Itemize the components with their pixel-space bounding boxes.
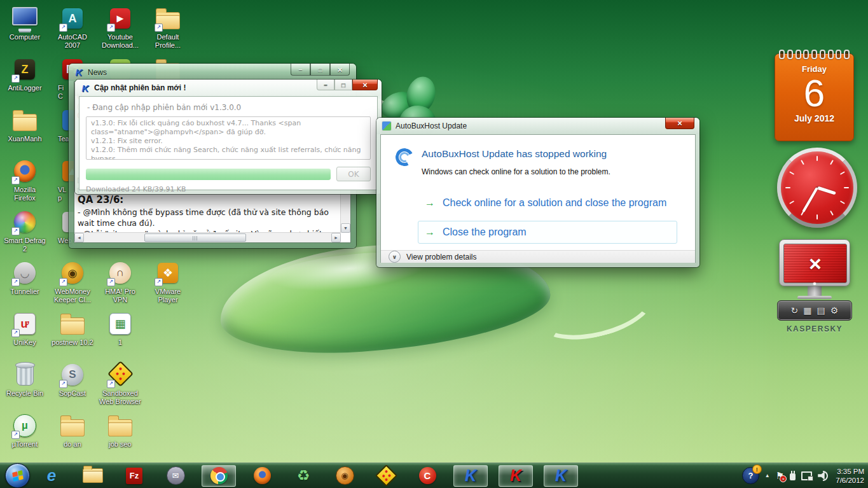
- scroll-left-button[interactable]: [74, 233, 84, 242]
- desktop-icon-label: Recycle Bin: [1, 389, 48, 398]
- antilogger-icon: Z: [11, 56, 38, 83]
- autobuxhost-app-icon: [382, 121, 392, 131]
- kaspersky-help-tray-icon[interactable]: ? !: [742, 467, 759, 484]
- kaspersky-logo: KASPERSKY: [777, 324, 852, 333]
- desktop-icon-webmoney[interactable]: ◉WebMoney Keeper Cl...: [49, 260, 96, 304]
- taskbar-explorer[interactable]: [78, 465, 108, 487]
- clock-gadget[interactable]: [777, 148, 857, 228]
- mail-icon: [167, 466, 185, 485]
- horizontal-scroll-thumb[interactable]: [144, 234, 246, 242]
- close-button[interactable]: [665, 118, 694, 129]
- desktop-icon-computer[interactable]: Computer: [1, 5, 48, 41]
- desktop-icon-sopcast[interactable]: SSopCast: [49, 361, 96, 398]
- postnew-icon: [59, 310, 86, 337]
- close-program-command-link[interactable]: Close the program: [418, 221, 677, 244]
- crash-titlebar[interactable]: AutoBuxHost Update: [376, 118, 699, 134]
- scroll-right-button[interactable]: [331, 233, 341, 242]
- taskbar-firefox[interactable]: [247, 465, 277, 487]
- desktop-icon-job-seo[interactable]: job seo: [97, 412, 144, 449]
- error-x-icon: ×: [809, 253, 822, 274]
- desktop-icon-do-an[interactable]: do an: [49, 412, 96, 449]
- desktop-icon-postnew[interactable]: postnew 10.2: [49, 310, 96, 347]
- desktop-icon-vmware[interactable]: ❖VMware Player: [144, 260, 191, 304]
- taskbar-sandbox[interactable]: [371, 465, 401, 487]
- desktop-icon-label: postnew 10.2: [49, 338, 96, 347]
- desktop-icon-mozilla-firefox[interactable]: Mozilla Firefox: [1, 158, 48, 202]
- desktop-icon-utorrent[interactable]: µµTorrent: [1, 412, 48, 449]
- desktop-icon-smart-defrag[interactable]: Smart Defrag 2: [1, 209, 48, 253]
- desktop-icon-xuanmanh[interactable]: XuanManh: [1, 107, 48, 143]
- desktop-icon-hma-vpn[interactable]: ∩HMA! Pro VPN: [97, 260, 144, 304]
- system-tray: ? ! × 3:35 PM 7/6/2012: [742, 463, 864, 488]
- check-online-command-link[interactable]: Check online for a solution and close th…: [418, 192, 677, 214]
- calendar-gadget[interactable]: Friday 6 July 2012: [775, 53, 854, 141]
- desktop-icon-default-profile[interactable]: Default Profile...: [144, 5, 191, 50]
- news-window-title: News: [88, 68, 107, 77]
- chevron-down-icon[interactable]: [389, 251, 401, 263]
- scroll-down-button[interactable]: [341, 223, 350, 233]
- taskbar-ie[interactable]: e: [36, 465, 67, 487]
- shortcut-arrow-icon: [107, 380, 115, 388]
- start-button[interactable]: [5, 463, 30, 488]
- taskbar-k-blue-2[interactable]: K: [544, 465, 578, 487]
- sopcast-icon: S: [59, 361, 86, 388]
- shortcut-arrow-icon: [107, 24, 115, 32]
- desktop-icon-antilogger[interactable]: ZAntiLogger: [1, 56, 48, 92]
- filezilla-icon: Fz: [126, 468, 142, 484]
- desktop-icon-recycle-bin[interactable]: Recycle Bin: [1, 361, 48, 398]
- webmoney-icon: ◉: [59, 260, 86, 286]
- minimize-button[interactable]: [317, 80, 334, 90]
- desktop-icon-label: XuanManh: [1, 135, 48, 143]
- network-icon[interactable]: [801, 471, 812, 480]
- desktop-icon-autocad[interactable]: AAutoCAD 2007: [49, 5, 96, 50]
- autocad-icon: A: [59, 5, 86, 32]
- update-titlebar[interactable]: K Cập nhật phiên bản mới !: [75, 80, 382, 96]
- crash-subtext: Windows can check online for a solution …: [422, 167, 682, 176]
- hma-vpn-icon: ∩: [107, 260, 134, 286]
- action-center-flag-icon[interactable]: ×: [776, 471, 784, 480]
- explorer-icon: [83, 468, 103, 483]
- desktop-icon-tunnelier[interactable]: ◡Tunnelier: [1, 260, 48, 296]
- minimize-button[interactable]: [291, 64, 310, 76]
- qa-heading: QA 23/6:: [78, 194, 338, 206]
- kaspersky-gadget[interactable]: × ↻▦▤⚙ KASPERSKY: [777, 239, 852, 338]
- close-button[interactable]: [352, 80, 378, 90]
- sync-icon[interactable]: ↻: [791, 306, 799, 315]
- desktop-icon-label: 1: [97, 338, 144, 347]
- taskbar-kaspersky-red[interactable]: K: [499, 465, 533, 487]
- desktop-icon-label: SopCast: [49, 389, 96, 398]
- spiral-ring: [820, 50, 825, 59]
- desktop-icon-label: AntiLogger: [1, 84, 48, 92]
- desktop-icon-unikey[interactable]: ưUniKey: [1, 310, 48, 347]
- desktop-icon-file-1[interactable]: ▦1: [97, 310, 144, 347]
- power-plug-icon[interactable]: [790, 473, 796, 480]
- crash-details-bar[interactable]: View problem details: [381, 250, 695, 263]
- taskbar-clock[interactable]: 3:35 PM 7/6/2012: [836, 467, 864, 485]
- close-button[interactable]: [330, 64, 350, 76]
- crash-heading: AutoBuxHost Update has stopped working: [422, 148, 682, 160]
- horizontal-scrollbar[interactable]: [74, 232, 341, 242]
- ok-button-disabled[interactable]: OK: [336, 167, 371, 181]
- taskbar-k-blue-1[interactable]: K: [453, 465, 488, 487]
- taskbar-ccleaner[interactable]: C: [412, 465, 443, 487]
- stats-icon[interactable]: ▦: [803, 306, 811, 315]
- taskbar-sopcast[interactable]: ◉: [329, 465, 360, 487]
- desktop-icon-label: µTorrent: [1, 440, 48, 449]
- desktop-icon-youtube-downloader[interactable]: ►Youtube Download...: [97, 5, 144, 50]
- maximize-button[interactable]: [310, 64, 330, 76]
- taskbar-filezilla[interactable]: Fz: [119, 465, 149, 487]
- desktop-icon-sandboxed-browser[interactable]: Sandboxed Web Browser: [97, 361, 144, 406]
- show-hidden-icons-button[interactable]: [765, 473, 770, 478]
- desktop-icon-label: Mozilla Firefox: [1, 186, 48, 202]
- report-icon[interactable]: ▤: [817, 306, 825, 315]
- shortcut-arrow-icon: [11, 329, 20, 337]
- news-titlebar[interactable]: K News: [69, 64, 356, 81]
- settings-icon[interactable]: ⚙: [830, 306, 839, 315]
- unikey-icon: ư: [11, 310, 38, 337]
- taskbar-greensync[interactable]: [288, 465, 319, 487]
- taskbar-chrome[interactable]: [202, 465, 236, 487]
- taskbar-mail[interactable]: [160, 465, 191, 487]
- job-seo-icon: [107, 412, 134, 439]
- volume-icon[interactable]: [818, 471, 828, 481]
- shortcut-arrow-icon: [107, 278, 115, 286]
